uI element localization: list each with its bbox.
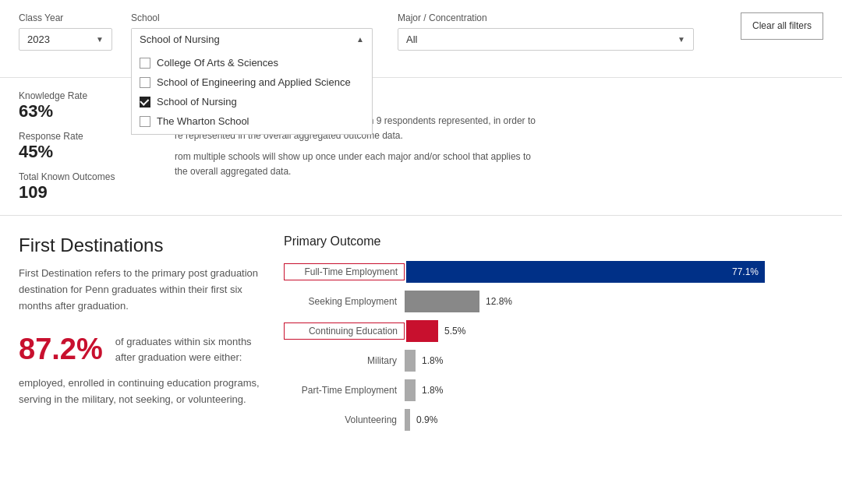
destinations-left-panel: First Destinations First Destination ref… xyxy=(19,234,284,431)
checkbox-arts[interactable] xyxy=(140,58,150,69)
section-description: First Destination refers to the primary … xyxy=(19,266,265,314)
bar-value: 77.1% xyxy=(732,266,759,277)
bar-row: Full-Time Employment77.1% xyxy=(284,261,823,283)
response-rate-value: 45% xyxy=(19,142,143,162)
knowledge-rate-value: 63% xyxy=(19,101,143,122)
bar-row: Seeking Employment12.8% xyxy=(284,291,823,312)
bar-chart: Full-Time Employment77.1%Seeking Employm… xyxy=(284,261,823,431)
major-label: Major / Concentration xyxy=(398,12,694,23)
info-panel: Knowledge Rate 63% Response Rate 45% Tot… xyxy=(0,78,842,216)
section-title: First Destinations xyxy=(19,234,265,256)
bar-value: 0.9% xyxy=(416,414,437,425)
highlight-text: of graduates within six months after gra… xyxy=(115,334,265,365)
major-value: All xyxy=(406,33,417,45)
clear-all-button[interactable]: Clear all filters xyxy=(741,12,823,40)
bar-label: Military xyxy=(284,355,405,366)
total-outcomes-label: Total Known Outcomes xyxy=(19,171,143,182)
bar-value: 1.8% xyxy=(422,385,443,396)
stats-column: Knowledge Rate 63% Response Rate 45% Tot… xyxy=(19,90,143,203)
major-select[interactable]: All ▼ xyxy=(398,28,694,51)
bar-fill xyxy=(405,379,416,401)
chevron-down-icon: ▼ xyxy=(96,35,104,44)
class-year-label: Class Year xyxy=(19,12,112,23)
bar-container: 0.9% xyxy=(405,409,437,431)
school-option-nursing[interactable]: School of Nursing xyxy=(132,92,372,111)
bar-fill xyxy=(405,409,410,431)
checkbox-nursing[interactable] xyxy=(140,97,150,107)
total-outcomes-stat: Total Known Outcomes 109 xyxy=(19,171,143,203)
bar-container: 1.8% xyxy=(405,379,443,401)
first-destinations-section: First Destinations First Destination ref… xyxy=(0,216,842,443)
knowledge-rate-label: Knowledge Rate xyxy=(19,90,143,101)
chart-panel: Primary Outcome Full-Time Employment77.1… xyxy=(284,234,823,431)
response-rate-label: Response Rate xyxy=(19,131,143,142)
highlight-row: 87.2% of graduates within six months aft… xyxy=(19,333,265,366)
bar-fill: 77.1% xyxy=(406,261,765,283)
school-option-arts[interactable]: College Of Arts & Sciences xyxy=(132,53,372,72)
bar-row: Continuing Education5.5% xyxy=(284,320,823,342)
bar-label: Continuing Education xyxy=(284,322,405,340)
response-rate-stat: Response Rate 45% xyxy=(19,131,143,162)
bar-fill xyxy=(405,350,416,372)
bar-value: 5.5% xyxy=(444,326,465,337)
outcome-description: employed, enrolled in continuing educati… xyxy=(19,375,265,408)
chart-title: Primary Outcome xyxy=(284,234,823,248)
class-year-filter: Class Year 2023 ▼ xyxy=(19,12,112,51)
major-filter: Major / Concentration All ▼ xyxy=(398,12,694,51)
checkbox-wharton[interactable] xyxy=(140,116,150,127)
school-option-engineering[interactable]: School of Engineering and Applied Scienc… xyxy=(132,72,372,92)
school-label: School xyxy=(131,12,373,23)
bar-value: 12.8% xyxy=(486,296,512,307)
bar-container: 1.8% xyxy=(405,350,443,372)
bar-fill xyxy=(406,320,438,342)
bar-row: Volunteering0.9% xyxy=(284,409,823,431)
knowledge-rate-stat: Knowledge Rate 63% xyxy=(19,90,143,122)
checkbox-engineering[interactable] xyxy=(140,77,150,88)
bar-row: Military1.8% xyxy=(284,350,823,372)
class-year-value: 2023 xyxy=(27,33,50,45)
school-value: School of Nursing xyxy=(140,33,220,45)
school-filter: School School of Nursing ▲ College Of Ar… xyxy=(131,12,373,50)
bar-label: Full-Time Employment xyxy=(284,263,405,280)
school-select[interactable]: School of Nursing ▲ xyxy=(131,28,373,50)
filter-bar: Class Year 2023 ▼ School School of Nursi… xyxy=(0,0,842,78)
school-dropdown-menu: College Of Arts & Sciences School of Eng… xyxy=(131,50,373,135)
bar-fill xyxy=(405,291,479,312)
bar-label: Seeking Employment xyxy=(284,296,405,307)
chevron-up-icon: ▲ xyxy=(356,35,364,44)
school-option-wharton[interactable]: The Wharton School xyxy=(132,111,372,131)
bar-container: 5.5% xyxy=(406,320,465,342)
bar-value: 1.8% xyxy=(422,355,443,366)
chevron-down-icon-major: ▼ xyxy=(677,35,685,44)
note-2: rom multiple schools will show up once u… xyxy=(175,150,823,179)
bar-container: 77.1% xyxy=(406,261,765,283)
bar-container: 12.8% xyxy=(405,291,512,312)
bar-row: Part-Time Employment1.8% xyxy=(284,379,823,401)
highlight-percent: 87.2% xyxy=(19,333,103,366)
bar-label: Part-Time Employment xyxy=(284,385,405,396)
class-year-select[interactable]: 2023 ▼ xyxy=(19,28,112,51)
bar-label: Volunteering xyxy=(284,414,405,425)
total-outcomes-value: 109 xyxy=(19,182,143,203)
